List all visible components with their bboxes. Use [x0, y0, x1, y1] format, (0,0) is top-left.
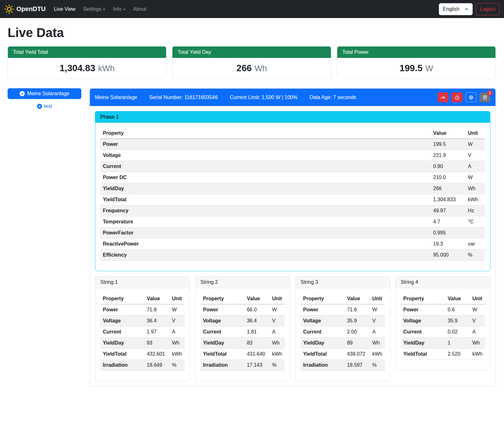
- table-row: Voltage36.4V: [100, 315, 185, 327]
- value-cell: 49.97: [431, 205, 465, 216]
- unit-cell: V: [268, 315, 285, 327]
- table-row: YieldDay1Wh: [401, 338, 485, 349]
- limit-settings-button[interactable]: [438, 92, 449, 102]
- nav-item-live-view[interactable]: Live View: [51, 4, 78, 15]
- table-row: YieldDay83Wh: [201, 338, 285, 349]
- event-log-button[interactable]: 2: [479, 92, 490, 102]
- total-yield-total-card: Total Yield Total 1,304.83 kWh: [8, 46, 166, 79]
- property-cell: Temperature: [100, 216, 431, 227]
- col-value: Value: [345, 293, 368, 304]
- nav-item-info[interactable]: Info: [110, 4, 128, 15]
- property-cell: Power: [100, 139, 431, 150]
- value-cell: 221.9: [431, 150, 465, 161]
- value-cell: 0.6: [445, 304, 468, 315]
- card-title: Total Yield Total: [8, 47, 166, 58]
- string-card-title: String 4: [396, 277, 490, 288]
- table-row: Current0.02A: [401, 327, 485, 338]
- value-cell: 1.97: [144, 327, 168, 338]
- inverter-name: Meine Solaranlage: [95, 95, 137, 100]
- property-cell: Current: [201, 327, 245, 338]
- table-row: Power0.6W: [401, 304, 485, 315]
- table-row: YieldTotal432.601kWh: [100, 349, 185, 360]
- brand[interactable]: OpenDTU: [4, 4, 46, 14]
- event-count-badge: 2: [487, 90, 493, 96]
- inverter-item-test[interactable]: test: [8, 103, 81, 109]
- string-card-body: Property Value Unit Power71.8WVoltage36.…: [95, 288, 190, 381]
- unit-cell: [465, 227, 485, 239]
- value-cell: 83: [244, 338, 268, 349]
- content-row: Meine Solaranlage test Meine Solaranlage…: [8, 88, 496, 387]
- table-header-row: Property Value Unit: [401, 293, 485, 304]
- property-cell: Current: [401, 327, 445, 338]
- unit-cell: A: [468, 327, 485, 338]
- inverter-name-label: test: [44, 103, 52, 109]
- col-value: Value: [431, 128, 465, 139]
- card-value: 1,304.83: [59, 63, 95, 73]
- card-unit: W: [425, 64, 433, 73]
- inverter-selected-button[interactable]: Meine Solaranlage: [8, 88, 81, 99]
- property-cell: YieldTotal: [301, 349, 345, 360]
- inverter-sidebar: Meine Solaranlage test: [8, 88, 81, 109]
- language-select[interactable]: English: [439, 3, 473, 15]
- table-header-row: Property Value Unit: [100, 128, 485, 139]
- property-cell: Irradiation: [201, 360, 245, 371]
- unit-cell: %: [368, 360, 385, 371]
- col-unit: Unit: [468, 293, 485, 304]
- unit-cell: W: [465, 172, 485, 183]
- strings-row: String 1 Property Value Unit Power71.8WV…: [95, 276, 490, 381]
- col-value: Value: [445, 293, 468, 304]
- col-property: Property: [401, 293, 445, 304]
- table-row: ReactivePower19.3var: [100, 239, 485, 250]
- unit-cell: Wh: [268, 338, 285, 349]
- unit-cell: Wh: [368, 338, 385, 349]
- table-row: Power71.6W: [301, 304, 385, 315]
- page-title: Live Data: [8, 26, 496, 40]
- table-row: Current0.90A: [100, 161, 485, 172]
- property-cell: Voltage: [401, 315, 445, 327]
- power-toggle-button[interactable]: [451, 92, 463, 102]
- property-cell: Irradiation: [100, 360, 144, 371]
- table-row: YieldDay266Wh: [100, 183, 485, 194]
- inverter-serial: Serial Number: 116171603546: [149, 95, 218, 100]
- property-cell: YieldTotal: [401, 349, 445, 360]
- inverter-data-age: Data Age: 7 seconds: [309, 95, 356, 100]
- phase-card: Phase 1 Property Value Unit Power199.5WV…: [95, 111, 490, 271]
- logout-button[interactable]: Logout: [476, 3, 500, 15]
- chevron-down-icon: [123, 9, 126, 10]
- event-log-icon: [482, 95, 488, 100]
- unit-cell: %: [268, 360, 285, 371]
- string-card: String 4 Property Value Unit Power0.6WVo…: [395, 276, 491, 370]
- property-cell: Power DC: [100, 172, 431, 183]
- summary-cards: Total Yield Total 1,304.83 kWh Total Yie…: [8, 46, 496, 79]
- unit-cell: kWh: [468, 349, 485, 360]
- property-cell: Efficiency: [100, 250, 431, 261]
- property-cell: Voltage: [100, 315, 144, 327]
- value-cell: 2.520: [445, 349, 468, 360]
- col-property: Property: [100, 293, 144, 304]
- limit-gauge-icon: [440, 95, 446, 100]
- value-cell: 66.0: [244, 304, 268, 315]
- table-row: Power71.8W: [100, 304, 185, 315]
- property-cell: YieldTotal: [100, 349, 144, 360]
- value-cell: 35.9: [445, 315, 468, 327]
- device-info-button[interactable]: [465, 92, 476, 102]
- nav-item-settings[interactable]: Settings: [80, 4, 108, 15]
- string-card-title: String 2: [196, 277, 290, 288]
- total-power-card: Total Power 199.5 W: [337, 46, 496, 79]
- card-value: 266: [236, 63, 252, 73]
- col-unit: Unit: [268, 293, 285, 304]
- value-cell: 71.6: [345, 304, 368, 315]
- unit-cell: %: [465, 250, 485, 261]
- unit-cell: V: [465, 150, 485, 161]
- string-card: String 2 Property Value Unit Power66.0WV…: [195, 276, 290, 381]
- card-title: Total Yield Day: [172, 47, 331, 58]
- phase-title: Phase 1: [95, 111, 490, 123]
- unit-cell: W: [268, 304, 285, 315]
- unit-cell: kWh: [168, 349, 185, 360]
- chevron-down-icon: [103, 9, 105, 10]
- property-cell: YieldTotal: [201, 349, 245, 360]
- top-navbar: OpenDTU Live View Settings Info About En…: [0, 0, 504, 18]
- x-circle-icon: [37, 104, 42, 109]
- property-cell: Irradiation: [301, 360, 345, 371]
- nav-item-about[interactable]: About: [131, 4, 149, 15]
